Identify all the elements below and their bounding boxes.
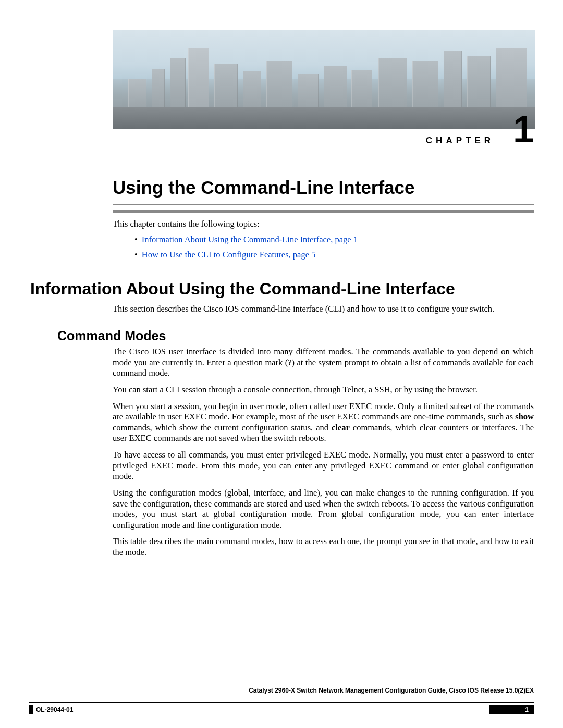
toc-link[interactable]: Information About Using the Command-Line… xyxy=(142,235,358,244)
paragraph: When you start a session, you begin in u… xyxy=(113,401,534,445)
footer-guide-title: Catalyst 2960-X Switch Network Managemen… xyxy=(249,687,534,694)
footer-doc-id: OL-29044-01 xyxy=(36,706,73,713)
chapter-number: 1 xyxy=(513,110,534,148)
bold-term: clear xyxy=(332,423,350,433)
chapter-banner-image xyxy=(113,30,535,129)
page-footer: Catalyst 2960-X Switch Network Managemen… xyxy=(29,702,534,714)
footer-page-bar: 1 xyxy=(489,705,534,714)
paragraph: You can start a CLI session through a co… xyxy=(113,385,534,396)
body-content: The Cisco IOS user interface is divided … xyxy=(113,347,534,564)
chapter-title: Using the Command-Line Interface xyxy=(113,177,534,213)
footer-bar-icon xyxy=(29,705,33,714)
paragraph: This table describes the main command mo… xyxy=(113,536,534,558)
paragraph: To have access to all commands, you must… xyxy=(113,450,534,482)
toc-list: Information About Using the Command-Line… xyxy=(134,235,534,265)
footer-page-number: 1 xyxy=(525,706,529,713)
chapter-label: CHAPTER xyxy=(426,135,494,146)
bold-term: show xyxy=(515,412,534,422)
toc-link[interactable]: How to Use the CLI to Configure Features… xyxy=(142,250,316,260)
toc-item: Information About Using the Command-Line… xyxy=(134,235,534,245)
section-intro-text: This section describes the Cisco IOS com… xyxy=(113,304,534,314)
toc-item: How to Use the CLI to Configure Features… xyxy=(134,250,534,260)
paragraph: The Cisco IOS user interface is divided … xyxy=(113,347,534,379)
paragraph: Using the configuration modes (global, i… xyxy=(113,488,534,531)
chapter-intro-text: This chapter contains the following topi… xyxy=(113,219,534,229)
subsection-heading: Command Modes xyxy=(57,328,166,343)
section-heading: Information About Using the Command-Line… xyxy=(30,279,455,299)
